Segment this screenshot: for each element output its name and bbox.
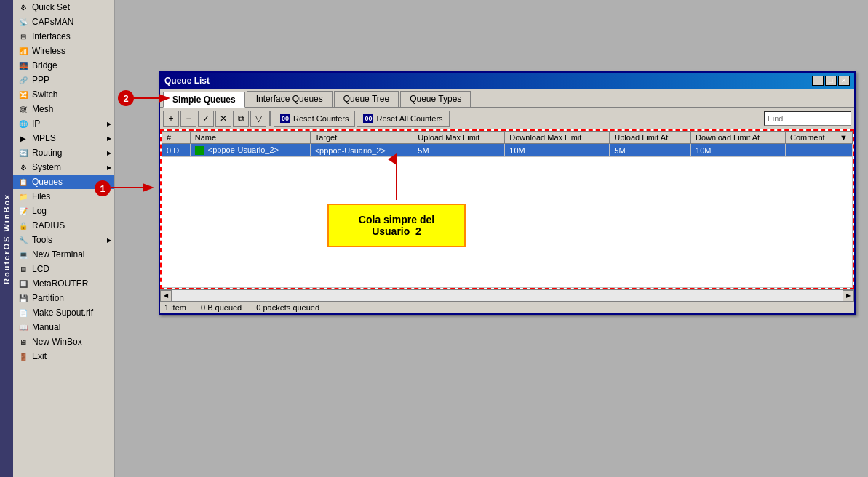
sidebar-item-exit[interactable]: 🚪 Exit — [13, 349, 114, 364]
ip-icon: 🌐 — [17, 118, 29, 129]
sidebar-item-capsman[interactable]: 📡 CAPsMAN — [13, 15, 114, 29]
col-name: Name — [190, 132, 310, 144]
sidebar-item-label: Quick Set — [32, 2, 70, 12]
sidebar-item-label: Manual — [32, 322, 60, 332]
col-download-max: Download Max Limit — [505, 132, 610, 144]
bytes-queued: 0 B queued — [201, 303, 242, 312]
tab-queue-types[interactable]: Queue Types — [400, 91, 471, 107]
maximize-button[interactable]: □ — [825, 76, 837, 86]
filter-button[interactable]: ▽ — [250, 111, 266, 127]
sidebar-item-quick-set[interactable]: ⚙ Quick Set — [13, 0, 114, 15]
add-button[interactable]: + — [163, 111, 179, 127]
sidebar-item-label: Exit — [32, 351, 47, 361]
window-title: Queue List — [164, 76, 210, 86]
scroll-left-button[interactable]: ◀ — [160, 290, 172, 302]
sidebar-item-log[interactable]: 📝 Log — [13, 204, 114, 218]
item-count: 1 item — [164, 303, 186, 312]
sidebar-item-mpls[interactable]: ▶ MPLS ▶ — [13, 131, 114, 145]
sidebar-item-lcd[interactable]: 🖥 LCD — [13, 262, 114, 276]
horizontal-scrollbar[interactable]: ◀ ▶ — [160, 289, 854, 301]
sidebar-item-switch[interactable]: 🔀 Switch — [13, 87, 114, 102]
sidebar-item-label: System — [32, 162, 61, 172]
enable-button[interactable]: ✓ — [198, 111, 214, 127]
reset-counters-button[interactable]: 00 Reset Counters — [274, 111, 355, 127]
callout-box: Cola simpre delUsuario_2 — [327, 204, 466, 247]
manual-icon: 📖 — [17, 321, 29, 333]
disable-button[interactable]: ✕ — [215, 111, 231, 127]
sidebar-item-manual[interactable]: 📖 Manual — [13, 320, 114, 334]
close-button[interactable]: ✕ — [838, 76, 850, 86]
sidebar-item-make-supout[interactable]: 📄 Make Supout.rif — [13, 305, 114, 320]
winbox-label: RouterOS WinBox — [0, 0, 13, 477]
tools-arrow: ▶ — [107, 237, 111, 244]
sidebar-item-label: Files — [32, 191, 50, 201]
status-bar: 1 item 0 B queued 0 packets queued — [160, 301, 854, 313]
radius-icon: 🔒 — [17, 220, 29, 231]
col-num: # — [162, 132, 191, 144]
table-header-row: # Name Target Upload Max Limit Download … — [162, 132, 853, 144]
switch-icon: 🔀 — [17, 89, 29, 100]
sidebar-item-label: New Terminal — [32, 249, 84, 260]
col-upload-limit: Upload Limit At — [610, 132, 691, 144]
sidebar-item-label: Make Supout.rif — [32, 308, 93, 318]
tab-interface-queues[interactable]: Interface Queues — [247, 91, 333, 107]
reset-counters-label: Reset Counters — [293, 114, 349, 123]
sidebar-item-wireless[interactable]: 📶 Wireless — [13, 44, 114, 58]
sidebar-item-label: New WinBox — [32, 337, 82, 347]
routing-arrow: ▶ — [107, 150, 111, 156]
exit-icon: 🚪 — [17, 350, 29, 362]
sidebar-item-label: Partition — [32, 293, 64, 303]
scroll-right-button[interactable]: ▶ — [843, 290, 854, 302]
col-comment: Comment ▼ — [785, 132, 852, 144]
remove-button[interactable]: − — [180, 111, 196, 127]
metarouter-icon: 🔲 — [17, 278, 29, 289]
sidebar-item-metarouter[interactable]: 🔲 MetaROUTER — [13, 276, 114, 291]
sidebar-item-label: Wireless — [32, 46, 65, 56]
annotation-circle-2: 2 — [118, 90, 134, 106]
search-input[interactable] — [764, 111, 851, 126]
tab-queue-tree[interactable]: Queue Tree — [334, 91, 399, 107]
sidebar-item-partition[interactable]: 💾 Partition — [13, 291, 114, 305]
window-titlebar: Queue List _ □ ✕ — [160, 73, 854, 89]
sidebar-item-routing[interactable]: 🔄 Routing ▶ — [13, 145, 114, 160]
files-icon: 📁 — [17, 191, 29, 202]
ppp-icon: 🔗 — [17, 74, 29, 86]
reset-all-label: Reset All Counters — [376, 114, 442, 123]
scroll-track[interactable] — [172, 290, 843, 301]
sidebar-item-radius[interactable]: 🔒 RADIUS — [13, 218, 114, 233]
sidebar-item-tools[interactable]: 🔧 Tools ▶ — [13, 233, 114, 247]
tools-icon: 🔧 — [17, 234, 29, 246]
tab-simple-queues[interactable]: Simple Queues — [163, 92, 245, 108]
col-upload-max: Upload Max Limit — [413, 132, 505, 144]
sidebar-item-ppp[interactable]: 🔗 PPP — [13, 73, 114, 87]
col-download-limit: Download Limit At — [691, 132, 786, 144]
lcd-icon: 🖥 — [17, 263, 29, 275]
sidebar-item-new-winbox[interactable]: 🖥 New WinBox — [13, 334, 114, 349]
new-winbox-icon: 🖥 — [17, 336, 29, 348]
counter-icon-1: 00 — [280, 114, 290, 123]
mpls-arrow: ▶ — [107, 135, 111, 142]
sidebar-item-bridge[interactable]: 🌉 Bridge — [13, 58, 114, 73]
log-icon: 📝 — [17, 205, 29, 217]
sidebar-item-label: Interfaces — [32, 31, 71, 41]
ip-arrow: ▶ — [107, 121, 111, 127]
reset-all-counters-button[interactable]: 00 Reset All Counters — [357, 111, 449, 127]
interfaces-icon: ⊟ — [17, 31, 29, 42]
toolbar: + − ✓ ✕ ⧉ ▽ 00 Reset Counters 00 Reset A… — [160, 108, 854, 129]
capsman-icon: 📡 — [17, 16, 29, 28]
sidebar-item-ip[interactable]: 🌐 IP ▶ — [13, 116, 114, 131]
cell-download-limit: 10M — [691, 144, 786, 157]
supout-icon: 📄 — [17, 307, 29, 318]
sidebar-item-label: Log — [32, 206, 47, 216]
sidebar-item-label: Mesh — [32, 104, 53, 114]
sidebar-item-interfaces[interactable]: ⊟ Interfaces — [13, 29, 114, 44]
minimize-button[interactable]: _ — [812, 76, 824, 86]
table-row[interactable]: 0 D <pppoe-Usuario_2> <pppoe-Usuario_2> … — [162, 144, 853, 157]
sidebar-item-mesh[interactable]: 🕸 Mesh — [13, 102, 114, 116]
cell-comment — [785, 144, 852, 157]
sidebar-item-system[interactable]: ⚙ System ▶ — [13, 160, 114, 175]
copy-button[interactable]: ⧉ — [233, 111, 249, 127]
sidebar-item-label: Queues — [32, 177, 63, 187]
counter-icon-2: 00 — [363, 114, 373, 123]
sidebar-item-new-terminal[interactable]: 💻 New Terminal — [13, 247, 114, 262]
